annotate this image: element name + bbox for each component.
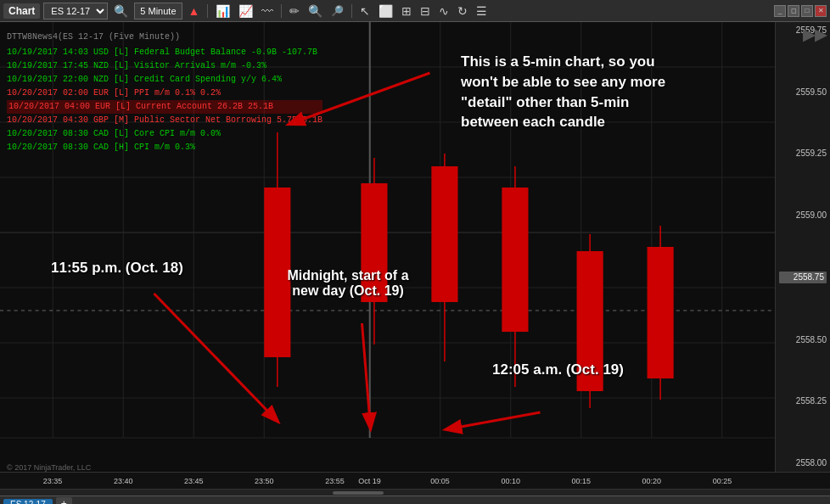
price-level-3: 2559.25 [779, 148, 827, 159]
wave-icon[interactable]: ∿ [436, 4, 451, 18]
restore-button[interactable]: ◻ [788, 5, 799, 17]
time-axis-price-spacer [775, 473, 830, 489]
pencil-icon[interactable]: ✏ [287, 4, 302, 18]
tabbar: ES 12-17 + [0, 496, 830, 504]
cursor-icon[interactable]: ↖ [357, 4, 373, 18]
news-line-6: 10/20/2017 04:30 GBP [M] Public Sector N… [7, 114, 322, 127]
annotation-1205am: 12:05 a.m. (Oct. 19) [492, 361, 624, 378]
arrow-up-icon[interactable]: ▲ [186, 4, 203, 18]
zoom-out-icon[interactable]: 🔎 [328, 5, 346, 17]
time-0020: 00:20 [642, 477, 662, 485]
time-0015: 00:15 [571, 477, 591, 485]
news-line-2: 10/19/2017 17:45 NZD [L] Visitor Arrival… [7, 59, 322, 73]
news-line-4: 10/20/2017 02:00 EUR [L] PPI m/m 0.1% 0.… [7, 87, 322, 100]
time-2355: 23:55 [325, 477, 345, 485]
close-button[interactable]: ✕ [815, 5, 827, 17]
svg-rect-25 [431, 166, 457, 302]
separator2 [281, 4, 282, 18]
news-overlay: DTTW8News4(ES 12-17 (Five Minute)) 10/19… [7, 31, 322, 154]
candlestick-icon[interactable]: 📈 [236, 4, 255, 18]
time-axis-container: 23:35 23:40 23:45 23:50 23:55 Oct 19 00:… [0, 472, 830, 489]
chart-label: Chart [3, 3, 40, 19]
news-line-7: 10/20/2017 08:30 CAD [L] Core CPI m/m 0.… [7, 127, 322, 141]
news-line-3: 10/19/2017 22:00 NZD [L] Credit Card Spe… [7, 73, 322, 87]
refresh-icon[interactable]: ↻ [455, 4, 470, 18]
annotation-5min-info: This is a 5-min chart, so youwon't be ab… [461, 52, 707, 132]
minimize-button[interactable]: _ [774, 5, 786, 17]
chart-body[interactable]: DTTW8News4(ES 12-17 (Five Minute)) 10/19… [0, 22, 775, 472]
time-axis: 23:35 23:40 23:45 23:50 23:55 Oct 19 00:… [0, 473, 775, 490]
symbol-select[interactable]: ES 12-17 [43, 3, 108, 20]
annotation-1155pm: 11:55 p.m. (Oct. 18) [51, 260, 183, 277]
window-buttons: _ ◻ □ ✕ [774, 5, 827, 17]
time-0005: 00:05 [430, 477, 450, 485]
screenshot-icon[interactable]: ⬜ [376, 4, 395, 18]
time-2350: 23:50 [255, 477, 274, 485]
svg-rect-27 [502, 188, 528, 332]
search-icon[interactable]: 🔍 [111, 4, 131, 18]
annotation-midnight: Midnight, start of anew day (Oct. 19) [272, 268, 424, 299]
time-0010: 00:10 [501, 477, 520, 485]
time-2345: 23:45 [184, 477, 204, 485]
chart-main: DTTW8News4(ES 12-17 (Five Minute)) 10/19… [0, 22, 830, 472]
price-level-4: 2559.00 [779, 210, 827, 221]
chart-title: DTTW8News4(ES 12-17 (Five Minute)) [7, 31, 322, 44]
time-oct19: Oct 19 [358, 477, 381, 485]
tab-add-button[interactable]: + [56, 497, 72, 504]
line-chart-icon[interactable]: 〰 [259, 4, 276, 18]
price-level-5: 2558.75 [779, 272, 827, 283]
svg-rect-31 [648, 247, 674, 378]
time-0025: 00:25 [713, 477, 732, 485]
settings-icon[interactable]: ☰ [474, 4, 490, 18]
price-level-8: 2558.00 [779, 458, 827, 468]
price-axis: ▶▶ 2559.75 2559.50 2559.25 2559.00 2558.… [775, 22, 830, 472]
news-line-8: 10/20/2017 08:30 CAD [H] CPI m/m 0.3% [7, 141, 322, 154]
titlebar: Chart ES 12-17 🔍 5 Minute ▲ 📊 📈 〰 ✏ 🔍 🔎 … [0, 0, 830, 22]
separator [207, 4, 208, 18]
copyright-text: © 2017 NinjaTrader, LLC [7, 463, 91, 472]
news-line-1: 10/19/2017 14:03 USD [L] Federal Budget … [7, 46, 322, 59]
price-level-2: 2559.50 [779, 87, 827, 98]
price-level-6: 2558.50 [779, 335, 827, 345]
bar-chart-icon[interactable]: 📊 [213, 4, 233, 18]
tab-es1217[interactable]: ES 12-17 [3, 499, 53, 504]
news-line-5: 10/20/2017 04:00 EUR [L] Current Account… [7, 100, 322, 114]
maximize-button[interactable]: □ [801, 5, 813, 17]
time-2335: 23:35 [43, 477, 63, 485]
interval-label: 5 Minute [134, 3, 182, 20]
price-level-7: 2558.25 [779, 396, 827, 406]
studies-icon[interactable]: ⊞ [399, 4, 414, 18]
time-2340: 23:40 [114, 477, 133, 485]
separator3 [351, 4, 352, 18]
zoom-in-icon[interactable]: 🔍 [306, 4, 325, 18]
grid-icon[interactable]: ⊟ [418, 4, 433, 18]
scrollbar[interactable] [0, 489, 830, 496]
